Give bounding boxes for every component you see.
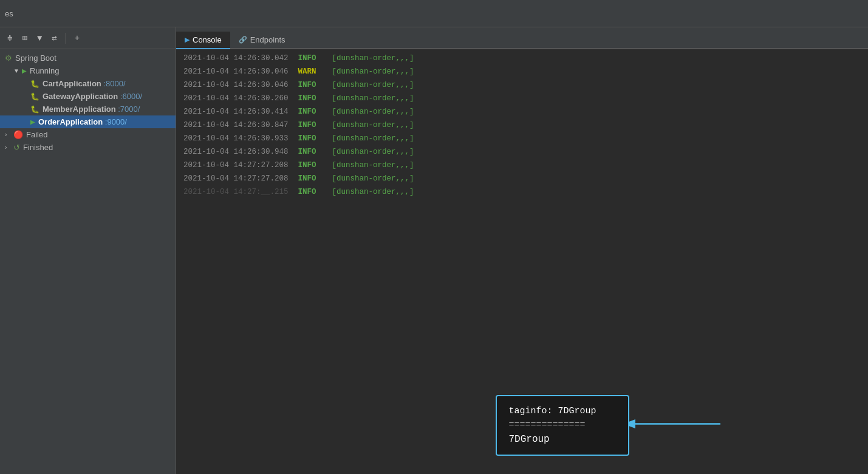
log-line: 2021-10-04 14:26:30.260 INFO [dunshan-or… — [176, 92, 868, 105]
tab-console[interactable]: ▶ Console — [176, 32, 230, 49]
running-icon: ▶ — [22, 67, 27, 74]
log-timestamp: 2021-10-04 14:26:30.042 — [183, 52, 289, 64]
log-line: 2021-10-04 14:26:30.042 INFO [dunshan-or… — [176, 52, 868, 65]
member-app-icon: 🐛 — [30, 105, 39, 114]
log-level: WARN — [298, 66, 323, 78]
collapse-all-icon[interactable]: ≑ — [5, 32, 15, 44]
tree-area: ⚙ Spring Boot ▼ ▶ Running 🐛 CartApplicat… — [0, 49, 176, 474]
log-source: [dunshan-order,,,] — [332, 119, 414, 131]
tree-item-order[interactable]: ▶ OrderApplication :9000/ — [0, 115, 176, 128]
log-timestamp: 2021-10-04 14:26:30.414 — [183, 106, 289, 118]
log-level: INFO — [298, 92, 323, 105]
gateway-app-icon: 🐛 — [30, 92, 39, 101]
log-level: INFO — [298, 79, 323, 91]
log-source: [dunshan-order,,,] — [332, 132, 414, 145]
tooltip-divider: ============== — [509, 420, 616, 430]
cart-app-icon: 🐛 — [30, 80, 39, 88]
log-level: INFO — [298, 173, 323, 185]
log-line: 2021-10-04 14:27:27.208 INFO [dunshan-or… — [176, 172, 868, 185]
springboot-label: Spring Boot — [15, 53, 56, 63]
log-line: 2021-10-04 14:26:30.933 INFO [dunshan-or… — [176, 132, 868, 145]
top-bar: es — [0, 0, 868, 27]
log-timestamp: 2021-10-04 14:27:__.215 — [183, 186, 289, 198]
log-level: INFO — [298, 159, 323, 171]
log-line: 2021-10-04 14:26:30.847 INFO [dunshan-or… — [176, 118, 868, 132]
log-source: [dunshan-order,,,] — [332, 79, 414, 91]
main-area: ≑ ⊞ ▼ ⇄ + ⚙ Spring Boot ▼ ▶ Running — [0, 27, 868, 474]
tree-item-gateway[interactable]: 🐛 GatewayApplication :6000/ — [0, 90, 176, 103]
toolbar-divider — [66, 33, 66, 44]
finished-label: Finished — [23, 143, 53, 152]
tree-item-member[interactable]: 🐛 MemberApplication :7000/ — [0, 103, 176, 115]
log-source: [dunshan-order,,,] — [332, 92, 414, 105]
member-app-port: :7000/ — [116, 105, 140, 114]
cart-app-port: :8000/ — [101, 79, 126, 88]
tab-endpoints[interactable]: 🔗 Endpoints — [230, 32, 294, 49]
log-level: INFO — [298, 186, 323, 198]
member-app-name: MemberApplication — [43, 105, 116, 114]
tabs-bar: ▶ Console 🔗 Endpoints — [176, 27, 868, 49]
log-line: 2021-10-04 14:26:30.046 INFO [dunshan-or… — [176, 78, 868, 92]
top-bar-title: es — [5, 9, 13, 18]
log-line: 2021-10-04 14:26:30.948 INFO [dunshan-or… — [176, 145, 868, 159]
layout-icon[interactable]: ⇄ — [49, 32, 59, 44]
log-line: 2021-10-04 14:27:27.208 INFO [dunshan-or… — [176, 159, 868, 172]
tooltip-value: 7DGroup — [509, 434, 616, 445]
failed-label: Failed — [26, 130, 47, 139]
log-timestamp: 2021-10-04 14:26:30.046 — [183, 79, 289, 91]
log-level: INFO — [298, 52, 323, 64]
log-level: INFO — [298, 146, 323, 158]
tree-item-cart[interactable]: 🐛 CartApplication :8000/ — [0, 77, 176, 90]
log-line: 2021-10-04 14:26:30.414 INFO [dunshan-or… — [176, 105, 868, 118]
console-tab-icon: ▶ — [185, 36, 190, 44]
tree-item-running[interactable]: ▼ ▶ Running — [0, 64, 176, 77]
failed-chevron: › — [5, 131, 13, 138]
log-source: [dunshan-order,,,] — [332, 159, 414, 171]
tooltip-box: taginfo: 7DGroup ============== 7DGroup — [496, 395, 629, 456]
log-timestamp: 2021-10-04 14:26:30.847 — [183, 119, 289, 131]
toolbar: ≑ ⊞ ▼ ⇄ + — [0, 27, 176, 49]
log-level: INFO — [298, 119, 323, 131]
log-timestamp: 2021-10-04 14:26:30.046 — [183, 66, 289, 78]
log-level: INFO — [298, 132, 323, 145]
log-source: [dunshan-order,,,] — [332, 173, 414, 185]
log-timestamp: 2021-10-04 14:26:30.260 — [183, 92, 289, 105]
running-label: Running — [30, 66, 59, 75]
log-source: [dunshan-order,,,] — [332, 52, 414, 64]
gateway-app-port: :6000/ — [118, 92, 142, 101]
finished-chevron: › — [5, 144, 13, 151]
cart-app-name: CartApplication — [43, 79, 101, 88]
right-panel: ▶ Console 🔗 Endpoints 2021-10-04 14:26:3… — [176, 27, 868, 474]
tree-item-finished[interactable]: › ↺ Finished — [0, 141, 176, 154]
order-app-name: OrderApplication — [38, 117, 103, 126]
tree-item-failed[interactable]: › 🔴 Failed — [0, 128, 176, 141]
springboot-icon: ⚙ — [5, 53, 12, 63]
log-timestamp: 2021-10-04 14:26:30.933 — [183, 132, 289, 145]
log-line: 2021-10-04 14:27:__.215 INFO [dunshan-or… — [176, 185, 868, 199]
tooltip-overlay: taginfo: 7DGroup ============== 7DGroup — [496, 395, 629, 456]
left-panel: ≑ ⊞ ▼ ⇄ + ⚙ Spring Boot ▼ ▶ Running — [0, 27, 176, 474]
log-source: [dunshan-order,,,] — [332, 66, 414, 78]
group-icon[interactable]: ⊞ — [19, 32, 29, 44]
failed-icon: 🔴 — [13, 130, 23, 139]
tooltip-taginfo: taginfo: 7DGroup — [509, 406, 616, 416]
order-running-icon: ▶ — [30, 118, 35, 125]
order-app-port: :9000/ — [103, 117, 127, 126]
tooltip-arrow-container — [629, 412, 726, 439]
add-icon[interactable]: + — [72, 32, 82, 44]
log-source: [dunshan-order,,,] — [332, 106, 414, 118]
log-level: INFO — [298, 106, 323, 118]
gateway-app-name: GatewayApplication — [43, 92, 118, 101]
log-timestamp: 2021-10-04 14:26:30.948 — [183, 146, 289, 158]
log-source: [dunshan-order,,,] — [332, 186, 414, 198]
log-line: 2021-10-04 14:26:30.046 WARN [dunshan-or… — [176, 65, 868, 78]
running-chevron: ▼ — [13, 67, 22, 74]
endpoints-tab-label: Endpoints — [250, 35, 285, 44]
log-timestamp: 2021-10-04 14:27:27.208 — [183, 159, 289, 171]
tree-item-springboot[interactable]: ⚙ Spring Boot — [0, 52, 176, 64]
tooltip-arrow-svg — [629, 412, 726, 436]
log-timestamp: 2021-10-04 14:27:27.208 — [183, 173, 289, 185]
endpoints-tab-icon: 🔗 — [239, 36, 247, 44]
filter-icon[interactable]: ▼ — [35, 32, 44, 44]
log-source: [dunshan-order,,,] — [332, 146, 414, 158]
